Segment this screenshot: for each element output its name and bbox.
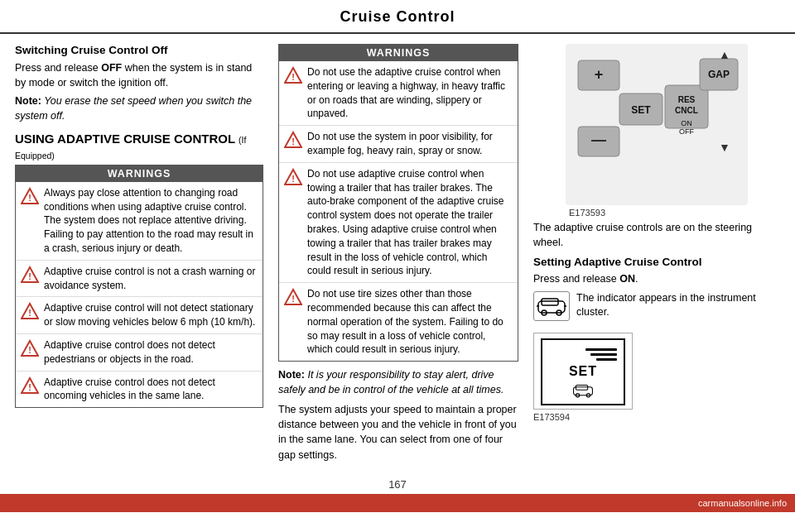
svg-text:!: ! <box>28 308 31 318</box>
switching-title: Switching Cruise Control Off <box>15 44 263 56</box>
warning-icon-3: ! <box>21 302 39 320</box>
svg-text:!: ! <box>28 382 31 392</box>
figure2-label: E173594 <box>533 412 570 422</box>
warning-icon-2: ! <box>21 266 39 284</box>
svg-text:ON: ON <box>681 119 692 127</box>
set-lines <box>549 348 617 361</box>
middle-warning-item-3: ! Do not use adaptive cruise control whe… <box>279 163 518 283</box>
left-warnings-box: WARNINGS ! Always pay close attention to… <box>15 165 263 408</box>
page-title: Cruise Control <box>340 8 455 25</box>
switching-note: Note: You erase the set speed when you s… <box>15 94 263 123</box>
controls-caption: The adaptive cruise controls are on the … <box>533 221 780 250</box>
page-wrapper: Cruise Control Switching Cruise Control … <box>0 0 795 532</box>
middle-warning-icon-3: ! <box>284 168 302 186</box>
svg-text:!: ! <box>292 137 295 146</box>
car-icon-box <box>533 291 570 321</box>
warning-item-5: ! Adaptive cruise control does not detec… <box>16 371 263 408</box>
col-left: Switching Cruise Control Off Press and r… <box>15 44 263 467</box>
svg-text:GAP: GAP <box>708 69 730 80</box>
middle-warning-text-4: Do not use tire sizes other than those r… <box>307 287 513 357</box>
page-number: 167 <box>388 478 407 491</box>
warning-text-1: Always pay close attention to changing r… <box>44 186 258 256</box>
set-display-box: SET <box>533 333 633 410</box>
middle-note: Note: It is your responsibility to stay … <box>278 368 518 397</box>
svg-text:+: + <box>595 66 604 83</box>
svg-text:!: ! <box>292 294 295 304</box>
left-warnings-header: WARNINGS <box>16 165 263 182</box>
switching-body: Press and release OFF when the system is… <box>15 60 263 90</box>
page-footer: 167 <box>0 473 795 494</box>
svg-text:OFF: OFF <box>679 127 694 136</box>
middle-warning-item-1: ! Do not use the adaptive cruise control… <box>279 61 518 126</box>
setting-title: Setting Adaptive Cruise Control <box>533 256 780 268</box>
svg-text:!: ! <box>292 174 295 184</box>
middle-warning-icon-1: ! <box>284 66 302 84</box>
middle-warning-text-2: Do not use the system in poor visibility… <box>307 130 513 158</box>
middle-warning-icon-2: ! <box>284 131 302 149</box>
middle-warning-icon-4: ! <box>284 288 302 306</box>
middle-warning-item-2: ! Do not use the system in poor visibili… <box>279 126 518 163</box>
warning-item-3: ! Adaptive cruise control will not detec… <box>16 297 263 334</box>
warning-text-5: Adaptive cruise control does not detect … <box>44 376 258 404</box>
indicator-row: The indicator appears in the instrument … <box>533 291 780 324</box>
set-label: SET <box>549 364 617 379</box>
svg-text:CNCL: CNCL <box>675 106 698 115</box>
set-line-1 <box>585 348 617 351</box>
svg-text:!: ! <box>28 345 31 355</box>
warning-icon-4: ! <box>21 339 39 357</box>
content-area: Switching Cruise Control Off Press and r… <box>0 34 795 473</box>
warning-item-2: ! Adaptive cruise control is not a crash… <box>16 261 263 298</box>
setting-section: Setting Adaptive Cruise Control Press an… <box>533 256 780 422</box>
middle-body: The system adjusts your speed to maintai… <box>278 402 518 463</box>
svg-text:▲: ▲ <box>719 48 730 61</box>
svg-text:—: — <box>591 132 606 148</box>
car-indicator-icon <box>537 295 566 318</box>
svg-text:!: ! <box>28 271 31 281</box>
setting-body: Press and release ON. <box>533 272 780 287</box>
svg-rect-35 <box>542 299 558 305</box>
set-car-svg <box>570 382 596 399</box>
indicator-text: The indicator appears in the instrument … <box>576 291 780 320</box>
controls-diagram: + — SET RES CNCL ON OFF GAP <box>566 44 748 218</box>
svg-text:!: ! <box>28 193 31 203</box>
col-right: + — SET RES CNCL ON OFF GAP <box>533 44 780 467</box>
warning-item-4: ! Adaptive cruise control does not detec… <box>16 334 263 371</box>
page-header: Cruise Control <box>0 0 795 34</box>
svg-text:SET: SET <box>631 104 651 116</box>
col-middle: WARNINGS ! Do not use the adaptive cruis… <box>278 44 518 467</box>
svg-rect-41 <box>576 385 587 390</box>
middle-warning-item-4: ! Do not use tire sizes other than those… <box>279 283 518 361</box>
warning-icon-5: ! <box>21 376 39 395</box>
watermark-text: carmanualsonline.info <box>698 498 787 508</box>
svg-text:▼: ▼ <box>719 141 730 154</box>
middle-warnings-box: WARNINGS ! Do not use the adaptive cruis… <box>278 44 518 362</box>
watermark-bar: carmanualsonline.info <box>0 494 795 512</box>
warning-text-3: Adaptive cruise control will not detect … <box>44 301 258 329</box>
warning-icon-1: ! <box>21 187 39 205</box>
figure1-label: E173593 <box>569 208 748 218</box>
svg-text:RES: RES <box>678 95 696 104</box>
middle-warning-text-1: Do not use the adaptive cruise control w… <box>307 65 513 121</box>
warning-item-1: ! Always pay close attention to changing… <box>16 182 263 261</box>
middle-warnings-header: WARNINGS <box>279 45 518 61</box>
warning-text-4: Adaptive cruise control does not detect … <box>44 338 258 367</box>
set-display-inner: SET <box>541 338 625 405</box>
svg-text:!: ! <box>292 72 295 82</box>
warning-text-2: Adaptive cruise control is not a crash w… <box>44 265 258 293</box>
set-car-icon <box>549 382 617 399</box>
controls-svg: + — SET RES CNCL ON OFF GAP <box>566 44 748 205</box>
middle-warning-text-3: Do not use adaptive cruise control when … <box>307 167 513 278</box>
set-line-2 <box>590 353 617 356</box>
using-title: USING ADAPTIVE CRUISE CONTROL (If Equipp… <box>15 132 263 163</box>
set-line-3 <box>596 358 617 361</box>
